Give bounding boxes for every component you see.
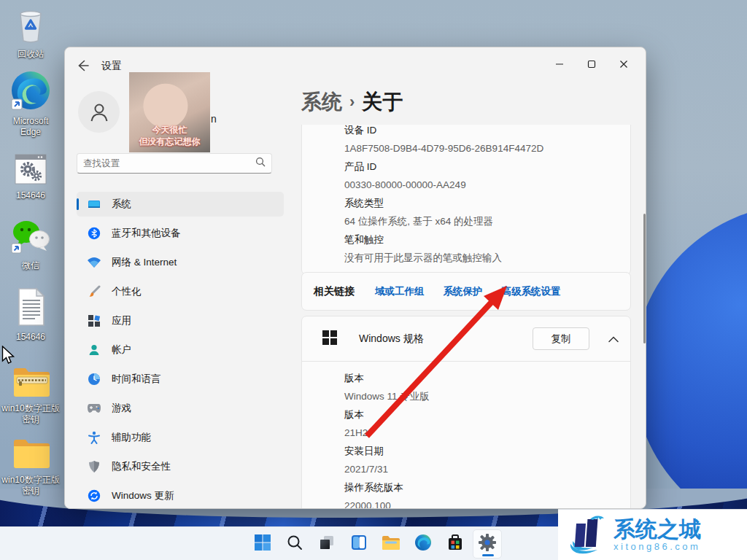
meme-caption-line2: 但没有忘记想你	[129, 136, 210, 148]
breadcrumb: 系统›关于	[301, 88, 403, 116]
field-value: Windows 11 专业版	[344, 387, 630, 405]
accounts-icon	[87, 343, 101, 357]
edge-icon	[10, 70, 51, 114]
shield-icon	[87, 459, 101, 474]
desktop-icon-zip-folder[interactable]: win10数字正版密钥	[1, 360, 60, 425]
store-icon	[446, 534, 464, 554]
watermark-title: 系统之城	[614, 518, 701, 541]
minimize-icon[interactable]	[543, 52, 576, 77]
breadcrumb-parent[interactable]: 系统	[301, 90, 342, 113]
desktop-icon-edge[interactable]: Microsoft Edge	[1, 73, 60, 138]
maximize-icon[interactable]	[576, 52, 608, 77]
sidebar-item-gaming[interactable]: 游戏	[77, 396, 284, 421]
about-scroll-area: 设备 ID 1A8F7508-D9B4-4D79-95D6-26B914F447…	[301, 125, 638, 509]
taskbar-search-button[interactable]	[280, 529, 309, 559]
desktop-icon-label: 154646	[1, 190, 60, 201]
related-links-card: 相关链接 域或工作组 系统保护 高级系统设置	[301, 272, 631, 311]
close-icon[interactable]	[608, 52, 640, 77]
sidebar-item-network[interactable]: 网络 & Internet	[77, 250, 284, 275]
taskbar-edge-button[interactable]	[409, 529, 438, 559]
desktop-icon-label: win10数字正版密钥	[1, 475, 60, 497]
windows-spec-card: Windows 规格 复制 版本 Windows 11 专业版 版本 21H2 …	[301, 316, 631, 509]
gamepad-icon	[87, 401, 101, 416]
watermark-logo-icon	[568, 513, 608, 557]
field-value: 21H2	[344, 424, 630, 442]
windows-spec-title: Windows 规格	[359, 332, 533, 346]
apps-icon	[87, 314, 101, 328]
link-domain-or-workgroup[interactable]: 域或工作组	[375, 285, 425, 298]
task-view-button[interactable]	[312, 529, 341, 559]
sidebar-item-privacy[interactable]: 隐私和安全性	[77, 454, 284, 479]
windows-logo-icon	[322, 330, 337, 348]
field-value: 22000.100	[344, 497, 630, 509]
field-label: 版本	[344, 369, 630, 387]
field-value: 2021/7/31	[344, 460, 630, 478]
field-label: 产品 ID	[344, 158, 630, 176]
windows-spec-body: 版本 Windows 11 专业版 版本 21H2 安装日期 2021/7/31…	[302, 362, 630, 509]
field-label: 设备 ID	[344, 125, 630, 139]
chevron-up-icon[interactable]	[608, 332, 619, 346]
desktop-icon-label: Microsoft Edge	[1, 116, 60, 138]
link-advanced-system-settings[interactable]: 高级系统设置	[502, 285, 561, 298]
sidebar-item-apps[interactable]: 应用	[77, 308, 284, 333]
copy-button[interactable]: 复制	[533, 327, 589, 350]
start-button[interactable]	[248, 529, 277, 559]
sidebar-nav: 系统 蓝牙和其他设备 网络 & Internet 个性化 应用	[77, 192, 284, 509]
desktop-icon-installer[interactable]: 154646	[1, 147, 60, 201]
desktop-icon-folder[interactable]: win10数字正版密钥	[1, 432, 60, 497]
bluetooth-icon	[87, 226, 101, 241]
desktop-icon-wechat[interactable]: 微信	[1, 217, 60, 271]
watermark-domain[interactable]: xitong86.com	[614, 541, 701, 552]
desktop: 回收站 Microsoft Edge	[0, 0, 747, 560]
desktop-icon-label: 回收站	[1, 49, 60, 60]
search-input[interactable]: 查找设置	[77, 153, 272, 174]
folder-icon	[11, 436, 50, 472]
start-icon	[254, 534, 271, 554]
field-value: 1A8F7508-D9B4-4D79-95D6-26B914F4472D	[344, 139, 630, 158]
related-links-title: 相关链接	[314, 285, 355, 298]
meme-caption-line1: 今天很忙	[129, 124, 210, 136]
system-icon	[87, 197, 101, 211]
field-value: 没有可用于此显示器的笔或触控输入	[344, 249, 630, 267]
installer-window-icon	[14, 153, 47, 188]
search-placeholder: 查找设置	[83, 158, 255, 170]
field-label: 安装日期	[344, 442, 630, 460]
sidebar-item-accessibility[interactable]: 辅助功能	[77, 425, 284, 450]
sync-icon	[87, 489, 101, 503]
desktop-icon-recycle-bin[interactable]: 回收站	[1, 6, 60, 60]
sidebar-item-system[interactable]: 系统	[77, 192, 284, 217]
brush-icon	[87, 284, 101, 299]
link-system-protection[interactable]: 系统保护	[444, 285, 483, 298]
back-button[interactable]	[75, 58, 90, 73]
sidebar-item-accounts[interactable]: 帐户	[77, 338, 284, 362]
device-spec-card: 设备 ID 1A8F7508-D9B4-4D79-95D6-26B914F447…	[301, 125, 631, 275]
accessibility-icon	[87, 430, 101, 445]
file-explorer-icon	[382, 534, 400, 553]
desktop-icon-document[interactable]: 154646	[1, 289, 60, 343]
occluded-account-text: n	[211, 113, 217, 125]
sidebar-item-windows-update[interactable]: Windows 更新	[77, 483, 284, 508]
taskbar-settings-button[interactable]	[473, 529, 502, 559]
avatar[interactable]	[78, 91, 120, 133]
edge-icon	[414, 534, 432, 554]
search-icon	[287, 534, 303, 553]
field-value: 00330-80000-00000-AA249	[344, 176, 630, 194]
search-icon	[255, 157, 266, 170]
file-explorer-button[interactable]	[376, 529, 406, 559]
text-document-icon	[15, 287, 47, 330]
scrollbar-thumb[interactable]	[643, 214, 646, 343]
field-value: 64 位操作系统, 基于 x64 的处理器	[344, 212, 630, 230]
sidebar-item-time-language[interactable]: 时间和语言	[77, 367, 284, 392]
page-title: 关于	[362, 90, 403, 113]
field-label: 版本	[344, 405, 630, 424]
desktop-icon-label: win10数字正版密钥	[1, 403, 60, 425]
windows-spec-header[interactable]: Windows 规格 复制	[302, 316, 630, 362]
desktop-icon-label: 154646	[1, 332, 60, 343]
wifi-icon	[87, 255, 101, 270]
window-title: 设置	[101, 60, 122, 73]
sidebar-item-personalization[interactable]: 个性化	[77, 279, 284, 304]
sidebar-item-bluetooth[interactable]: 蓝牙和其他设备	[77, 221, 284, 246]
store-button[interactable]	[441, 529, 470, 559]
widgets-button[interactable]	[344, 529, 374, 559]
meme-overlay-image: 今天很忙 但没有忘记想你	[129, 72, 210, 152]
